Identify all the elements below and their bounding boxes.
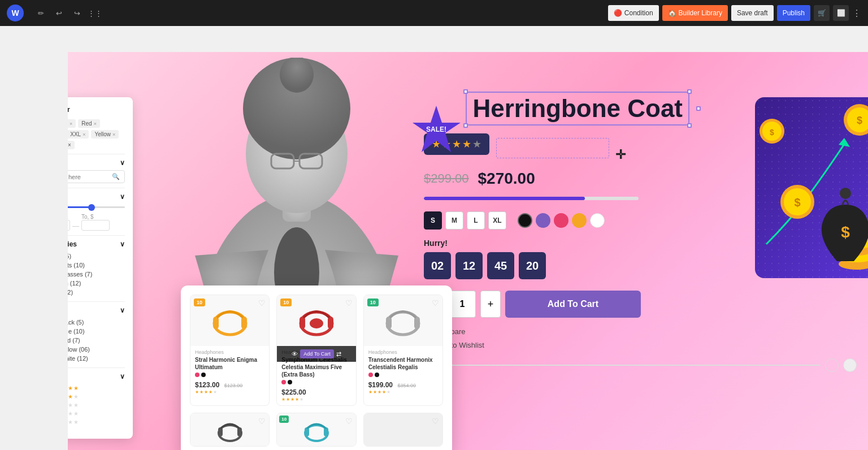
card-img-4 <box>190 413 269 447</box>
search-input[interactable] <box>68 174 110 180</box>
condition-button[interactable]: 🔴 Condition <box>608 5 659 21</box>
color-black[interactable] <box>518 213 532 228</box>
category-sunglasses[interactable]: Sunglasses (7) <box>68 270 125 279</box>
card-price-3: $199.00 <box>368 381 393 389</box>
tag-rating[interactable]: Rating: 5 × <box>68 119 76 128</box>
cards-grid-row2: ♡ 10 ♡ <box>190 413 443 447</box>
condition-icon: 🔴 <box>614 9 622 17</box>
rating-5[interactable]: ★★★★★ <box>68 384 125 392</box>
card-title-3: Transcendent Harmonix Celestialis Regali… <box>368 356 438 371</box>
cart-icon-button[interactable]: 🛒 <box>814 5 830 21</box>
card-colors-1 <box>195 373 264 377</box>
more-options-button[interactable]: ⋮ <box>852 8 861 19</box>
rating-section: Color ∨ ★★★★★ ★★★★★ <box>68 367 125 431</box>
product-card-6: ♡ <box>363 413 443 447</box>
card-wishlist-6[interactable]: ♡ <box>432 417 439 426</box>
toolbar-tools: ✏ ↩ ↪ ⋮⋮ <box>33 5 103 21</box>
wishlist-link[interactable]: ♡ Add to Wishlist <box>424 340 857 349</box>
add-to-cart-button[interactable]: Add To Cart <box>505 291 641 318</box>
size-xl[interactable]: XL <box>488 211 506 230</box>
cards-grid: 10 ♡ Headphones Stral Harmonic E <box>190 295 443 406</box>
card-img-5 <box>277 413 355 447</box>
color-purple[interactable] <box>536 213 550 228</box>
card-wishlist-5[interactable]: ♡ <box>345 417 353 426</box>
color-white[interactable] <box>590 213 605 228</box>
card-wishlist-1[interactable]: ♡ <box>258 298 266 308</box>
color-header[interactable]: Color ∨ <box>68 306 125 314</box>
rating-2[interactable]: ★★★★★ <box>68 409 125 418</box>
category-bag[interactable]: Bag (5) <box>68 252 125 261</box>
rating-1[interactable]: ★★★★★ <box>68 418 125 426</box>
card-wishlist-2[interactable]: ♡ <box>345 298 353 308</box>
card-badge-3: 10 <box>367 298 379 306</box>
redo-button[interactable]: ↪ <box>69 5 85 21</box>
price-row: $299.00 $270.00 <box>424 170 857 188</box>
card-wishlist-4[interactable]: ♡ <box>258 417 266 426</box>
quantity-plus[interactable]: + <box>480 291 501 318</box>
search-box: 🔍 <box>68 170 125 183</box>
card-badge-5: 10 <box>279 416 289 423</box>
size-color-row: S M L XL <box>424 211 857 230</box>
undo-button[interactable]: ↩ <box>51 5 67 21</box>
toolbar-right: 🔴 Condition 🏠 Builder Library Save draft… <box>608 5 861 21</box>
progress-fill <box>424 197 585 200</box>
canvas-area: ☰ Filter Rating: 5 × Red × Blue × XXL × … <box>0 26 868 450</box>
categories-header[interactable]: Categories ∨ <box>68 240 125 248</box>
wp-logo-icon[interactable]: W <box>7 5 24 21</box>
price-slider[interactable] <box>68 206 125 208</box>
card-price-1: $123.00 <box>195 381 219 389</box>
tag-yellow[interactable]: Yellow × <box>91 130 119 139</box>
clear-all-button[interactable]: Clear All × <box>68 141 75 149</box>
card-body-3: Headphones Transcendent Harmonix Celesti… <box>364 346 442 398</box>
card-wishlist-3[interactable]: ♡ <box>432 298 439 308</box>
tag-red[interactable]: Red × <box>78 119 100 128</box>
category-jackets[interactable]: Jackets (10) <box>68 261 125 270</box>
rating-3[interactable]: ★★★★★ <box>68 401 125 409</box>
rating-4[interactable]: ★★★★★ <box>68 392 125 401</box>
add-to-cart-overlay-button[interactable]: Add To Cart <box>300 349 333 358</box>
compare-overlay-icon[interactable]: ⇄ <box>336 351 341 358</box>
save-draft-button[interactable]: Save draft <box>731 5 774 21</box>
card-badge-2: 10 <box>280 298 292 306</box>
menu-button[interactable]: ⋮⋮ <box>87 5 103 21</box>
pencil-tool-button[interactable]: ✏ <box>33 5 49 21</box>
builder-icon: 🏠 <box>668 9 676 17</box>
countdown-ms: 20 <box>519 252 546 279</box>
filter-title: ☰ Filter <box>68 105 125 114</box>
size-m[interactable]: M <box>445 211 463 230</box>
publish-button[interactable]: Publish <box>777 5 810 21</box>
search-chevron-icon: ∨ <box>120 159 125 167</box>
svg-rect-26 <box>324 427 328 436</box>
price-from-input[interactable] <box>68 220 70 231</box>
size-s[interactable]: S <box>424 211 442 230</box>
builder-library-button[interactable]: 🏠 Builder Library <box>662 5 728 21</box>
product-title: Herringbone Coat <box>472 95 683 122</box>
card-badge-1: 10 <box>194 298 205 306</box>
product-card-3: 10 ♡ Headphones Transcendent Har <box>363 295 443 406</box>
card-body-1: Headphones Stral Harmonic Enigma Ultimat… <box>190 346 269 398</box>
countdown-seconds: 45 <box>487 252 514 279</box>
color-chevron-icon: ∨ <box>120 306 125 314</box>
price-section: Price ∨ From, $ — To, $ <box>68 188 125 235</box>
color-blue[interactable]: Blue (10) <box>68 327 125 336</box>
color-orange[interactable] <box>572 213 587 228</box>
search-header[interactable]: Search ∨ <box>68 159 125 167</box>
size-l[interactable]: L <box>467 211 485 230</box>
color-white[interactable]: White (12) <box>68 354 125 363</box>
compare-link[interactable]: ⇄ Compare <box>424 327 857 336</box>
category-pant[interactable]: Pant (2) <box>68 288 125 297</box>
category-watch[interactable]: Watch (12) <box>68 279 125 288</box>
color-black[interactable]: Black (5) <box>68 318 125 327</box>
rating-header[interactable]: Color ∨ <box>68 373 125 380</box>
price-to-input[interactable] <box>81 220 110 231</box>
product-card-1: 10 ♡ Headphones Stral Harmonic E <box>190 295 270 406</box>
svg-text:$: $ <box>857 115 862 126</box>
color-yellow[interactable]: Yellow (06) <box>68 345 125 354</box>
color-red[interactable]: Red (7) <box>68 336 125 345</box>
responsive-button[interactable]: ⬜ <box>833 5 849 21</box>
color-pink[interactable] <box>554 213 568 228</box>
price-header[interactable]: Price ∨ <box>68 193 125 201</box>
tag-xxl[interactable]: XXL × <box>68 130 89 139</box>
card-category-3: Headphones <box>368 349 438 355</box>
product-info: SALE! Herringbone Coat <box>424 86 857 372</box>
